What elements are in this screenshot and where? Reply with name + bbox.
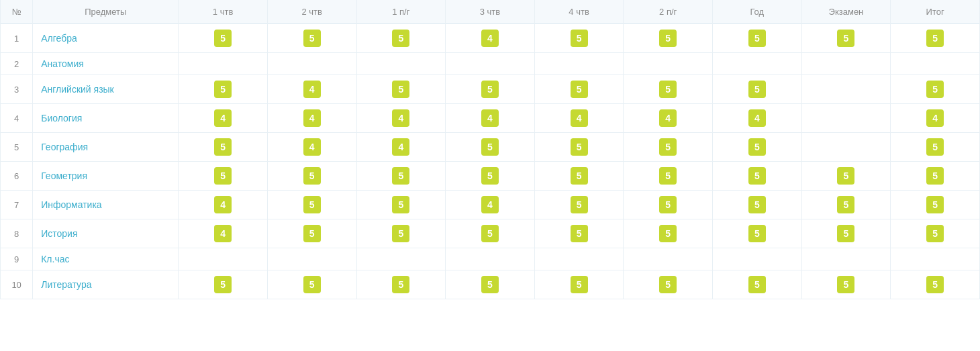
grade-badge: 5 [392,167,409,185]
grade-badge: 5 [571,225,588,242]
cell-h2 [624,248,713,270]
grade-badge: 5 [659,167,677,185]
grade-badge: 5 [837,225,854,242]
grade-badge: 5 [481,81,499,98]
cell-num: 8 [1,219,33,248]
cell-h2: 5 [624,75,713,104]
grade-badge: 4 [392,109,409,127]
cell-num: 5 [1,133,33,162]
cell-subject[interactable]: География [33,133,179,162]
cell-subject[interactable]: Английский язык [33,75,179,104]
cell-exam [801,133,891,162]
grade-badge: 5 [837,196,854,213]
cell-exam [801,75,891,104]
grade-badge: 5 [748,30,766,47]
cell-q3: 4 [446,191,535,219]
cell-h1: 5 [356,162,446,191]
cell-h1: 5 [356,191,446,219]
cell-q2: 5 [267,219,356,248]
grade-badge: 5 [926,225,944,242]
table-row: 7Информатика455455555 [1,191,980,219]
cell-q2: 5 [267,270,356,299]
cell-q1: 5 [179,133,268,162]
grade-badge: 5 [571,276,588,293]
grade-badge: 5 [481,276,499,293]
cell-q1: 5 [179,75,268,104]
table-row: 1Алгебра555455555 [1,24,980,53]
cell-q4: 5 [534,162,624,191]
cell-q4: 5 [534,75,624,104]
grade-badge: 5 [926,81,944,98]
grade-badge: 5 [659,276,677,293]
cell-total: 5 [891,270,980,299]
grade-badge: 4 [748,109,766,127]
cell-h2 [624,53,713,75]
cell-year: 5 [713,162,802,191]
cell-subject[interactable]: Информатика [33,191,179,219]
table-row: 4Биология44444444 [1,104,980,133]
cell-h1: 4 [356,104,446,133]
grade-badge: 4 [214,109,232,127]
grade-badge: 4 [481,109,499,127]
cell-num: 2 [1,53,33,75]
cell-q2: 5 [267,191,356,219]
cell-h2: 5 [624,133,713,162]
grade-badge: 4 [214,225,232,242]
cell-q1: 4 [179,104,268,133]
grade-badge: 5 [748,276,766,293]
cell-h2: 5 [624,219,713,248]
grade-badge: 5 [659,196,677,213]
cell-total [891,248,980,270]
cell-subject[interactable]: Анатомия [33,53,179,75]
grade-badge: 5 [214,276,232,293]
cell-q3: 5 [446,219,535,248]
header-q2: 2 чтв [267,0,356,24]
cell-year: 5 [713,133,802,162]
table-row: 6Геометрия555555555 [1,162,980,191]
grades-table: № Предметы 1 чтв 2 чтв 1 п/г 3 чтв 4 чтв… [0,0,980,299]
cell-h2: 5 [624,162,713,191]
grade-badge: 5 [214,167,232,185]
grade-badge: 5 [214,81,232,98]
header-num: № [1,0,33,24]
cell-total: 5 [891,75,980,104]
cell-total: 5 [891,191,980,219]
table-row: 3Английский язык54555555 [1,75,980,104]
grade-badge: 5 [748,225,766,242]
cell-num: 4 [1,104,33,133]
cell-total: 5 [891,133,980,162]
grade-badge: 4 [481,30,499,47]
cell-subject[interactable]: Геометрия [33,162,179,191]
cell-q1: 5 [179,24,268,53]
cell-q4: 5 [534,270,624,299]
grade-badge: 4 [303,109,321,127]
cell-subject[interactable]: Литература [33,270,179,299]
cell-q2: 4 [267,104,356,133]
header-subject: Предметы [33,0,179,24]
cell-subject[interactable]: Кл.час [33,248,179,270]
header-q3: 3 чтв [446,0,535,24]
cell-q2: 4 [267,133,356,162]
cell-subject[interactable]: Биология [33,104,179,133]
cell-subject[interactable]: История [33,219,179,248]
grade-badge: 5 [571,167,588,185]
cell-q1: 4 [179,219,268,248]
header-q1: 1 чтв [179,0,268,24]
table-row: 2Анатомия [1,53,980,75]
header-year: Год [713,0,802,24]
grade-badge: 5 [392,81,409,98]
cell-num: 9 [1,248,33,270]
cell-exam: 5 [801,191,891,219]
cell-h1: 4 [356,133,446,162]
cell-q1 [179,53,268,75]
cell-subject[interactable]: Алгебра [33,24,179,53]
grade-badge: 5 [748,196,766,213]
cell-q1: 5 [179,270,268,299]
grade-badge: 4 [571,109,588,127]
cell-q3: 4 [446,104,535,133]
grade-badge: 5 [659,30,677,47]
grade-badge: 5 [748,167,766,185]
grade-badge: 5 [481,138,499,156]
grade-badge: 5 [303,225,321,242]
grade-badge: 5 [659,138,677,156]
